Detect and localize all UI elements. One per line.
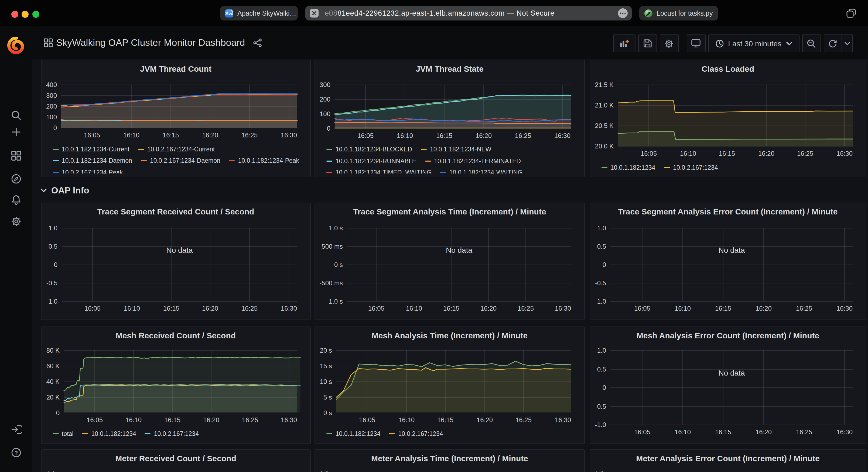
y-tick-label: -1.0 xyxy=(595,297,606,305)
x-tick-label: 16:30 xyxy=(836,150,852,157)
legend-series-color xyxy=(229,160,235,161)
dashboard-settings-button[interactable] xyxy=(659,34,678,52)
gear-icon[interactable] xyxy=(10,216,22,227)
ellipsis-icon[interactable] xyxy=(618,8,628,18)
legend: 10.0.1.182:123410.0.2.167:1234 xyxy=(327,428,582,440)
legend-series-color xyxy=(601,167,607,168)
bell-icon[interactable] xyxy=(10,194,22,206)
legend-item[interactable]: 10.0.1.182:1234 xyxy=(601,164,655,171)
legend-item[interactable]: 10.0.1.182:1234-WAITING xyxy=(440,169,523,173)
x-tick-label: 16:30 xyxy=(281,132,297,139)
legend-item[interactable]: 10.0.1.182:1234-Daemon xyxy=(53,157,132,164)
y-tick-label: 0 xyxy=(602,384,606,391)
browser-tab-active-url[interactable]: e0881eed4-22961232.ap-east-1.elb.amazona… xyxy=(305,6,632,21)
y-tick-label: 21.5 K xyxy=(595,81,613,88)
browser-tab-locust[interactable]: Locust for tasks.py xyxy=(639,6,718,21)
tab-overview-icon[interactable] xyxy=(846,9,856,18)
sign-in-icon[interactable] xyxy=(10,424,22,435)
x-tick-label: 16:15 xyxy=(436,132,452,139)
y-tick-label: 100 xyxy=(46,113,57,121)
locust-favicon xyxy=(644,9,653,18)
zoom-out-button[interactable] xyxy=(802,34,821,52)
legend-item[interactable]: 10.0.1.182:1234-NEW xyxy=(421,146,492,153)
legend-series-color xyxy=(421,149,427,150)
x-tick-label: 16:20 xyxy=(480,304,497,312)
add-panel-icon xyxy=(619,38,629,48)
x-tick-label: 16:25 xyxy=(797,150,813,157)
legend-item[interactable]: 10.0.2.167:1234 xyxy=(664,164,718,171)
x-tick-label: 16:10 xyxy=(406,304,422,312)
x-tick-label: 16:20 xyxy=(755,304,771,312)
legend-item[interactable]: 10.0.1.182:1234-Peak xyxy=(229,157,299,164)
x-tick-label: 16:30 xyxy=(555,304,571,312)
legend-series-name: 10.0.2.167:1234-Current xyxy=(147,146,215,152)
panel-trace-analysis-error: Trace Segment Analysis Error Count (Incr… xyxy=(589,202,866,320)
x-tick-label: 16:15 xyxy=(443,304,459,312)
no-data-label: No data xyxy=(166,246,192,254)
legend-item[interactable]: 10.0.1.182:1234-TERMINATED xyxy=(425,158,521,164)
legend-item[interactable]: 10.0.1.182:1234 xyxy=(327,431,380,437)
dashboards-icon[interactable] xyxy=(10,150,22,161)
apps-icon[interactable] xyxy=(44,38,53,47)
refresh-button[interactable] xyxy=(824,34,842,52)
window-close-button[interactable] xyxy=(11,11,18,18)
row-oap-info[interactable]: OAP Info xyxy=(40,182,89,198)
time-range-picker[interactable]: Last 30 minutes xyxy=(708,34,799,52)
legend: 10.0.1.182:1234-Current10.0.2.167:1234-C… xyxy=(53,143,308,173)
legend-item[interactable]: 10.0.2.167:1234-Current xyxy=(138,146,215,152)
panel-mesh-received: Mesh Received Count / Second020 K40 K60 … xyxy=(41,327,311,444)
legend-item[interactable]: total xyxy=(53,431,74,437)
y-tick-label: 200 xyxy=(320,95,331,103)
legend-item[interactable]: 10.0.1.182:1234-RUNNABLE xyxy=(327,158,416,164)
y-tick-label: 0.5 xyxy=(48,242,57,250)
y-tick-label: 100 xyxy=(320,110,331,117)
page-title[interactable]: SkyWalking OAP Cluster Monitor Dashboard xyxy=(56,37,245,48)
grafana-logo[interactable] xyxy=(7,36,26,55)
y-tick-label: 20 s xyxy=(320,347,332,354)
legend-series-color xyxy=(53,160,59,161)
save-dashboard-button[interactable] xyxy=(638,34,657,52)
legend-series-color xyxy=(327,172,332,173)
cycle-view-button[interactable] xyxy=(686,34,705,52)
legend-series-name: 10.0.2.167:1234 xyxy=(673,164,718,171)
y-tick-label: -500 ms xyxy=(319,279,343,286)
compass-icon[interactable] xyxy=(10,173,22,184)
plus-icon[interactable] xyxy=(10,126,22,138)
x-tick-label: 16:15 xyxy=(715,304,731,312)
legend-item[interactable]: 10.0.2.167:1234-Daemon xyxy=(141,157,220,164)
x-tick-label: 16:05 xyxy=(359,416,375,424)
x-tick-label: 16:05 xyxy=(634,428,650,436)
y-tick-label: 0 xyxy=(54,261,57,268)
legend-item[interactable]: 10.0.1.182:1234 xyxy=(82,431,136,437)
chart-meter-received: 1.0 xyxy=(41,450,311,472)
x-tick-label: 16:10 xyxy=(674,304,690,312)
close-icon[interactable] xyxy=(310,9,319,18)
x-tick-label: 16:25 xyxy=(241,304,257,312)
x-tick-label: 16:20 xyxy=(758,150,774,157)
legend-item[interactable]: 10.0.1.182:1234-Current xyxy=(53,146,129,152)
x-tick-label: 16:25 xyxy=(796,428,812,436)
window-minimize-button[interactable] xyxy=(22,11,29,18)
window-zoom-button[interactable] xyxy=(32,11,39,18)
legend-item[interactable]: 10.0.2.167:1234 xyxy=(389,431,443,437)
share-icon[interactable] xyxy=(253,38,262,47)
x-tick-label: 16:10 xyxy=(674,428,690,436)
dashboard-toolbar: Last 30 minutes xyxy=(613,34,852,52)
help-icon[interactable]: ? xyxy=(10,447,22,458)
x-tick-label: 16:30 xyxy=(836,304,852,312)
refresh-interval-button[interactable] xyxy=(842,34,852,52)
svg-text:Sw: Sw xyxy=(225,11,232,16)
y-tick-label: 1.0 xyxy=(597,347,606,354)
add-panel-button[interactable] xyxy=(613,34,635,52)
legend-item[interactable]: 10.0.2.167:1234 xyxy=(145,431,199,437)
browser-tab-skywalking[interactable]: Sw Apache SkyWalki… xyxy=(220,6,298,21)
legend-item[interactable]: 10.0.1.182:1234-BLOCKED xyxy=(327,146,412,153)
legend-item[interactable]: 10.0.1.182:1234-TIMED_WAITING xyxy=(327,169,432,173)
legend-series-color xyxy=(389,434,395,435)
x-tick-label: 16:25 xyxy=(515,132,531,139)
legend-item[interactable]: 10.0.2.167:1234-Peak xyxy=(53,169,123,173)
y-tick-label: 200 xyxy=(46,102,57,110)
panel-trace-analysis-time: Trace Segment Analysis Time (Increment) … xyxy=(314,202,585,320)
sidebar: ? xyxy=(0,26,32,472)
search-icon[interactable] xyxy=(10,110,22,121)
